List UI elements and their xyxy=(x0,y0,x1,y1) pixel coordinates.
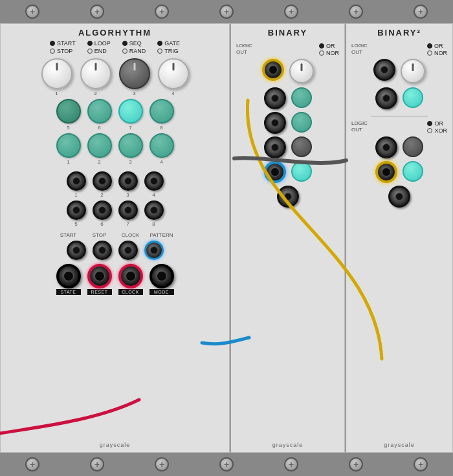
jack-2a[interactable] xyxy=(93,171,112,191)
binary2-divider xyxy=(371,116,428,116)
radio-end[interactable]: END xyxy=(87,48,107,54)
radio-or[interactable]: OR xyxy=(319,43,339,49)
jack-cell-2a xyxy=(93,171,112,191)
radio-start[interactable]: START xyxy=(50,40,76,47)
radio-label-loop: LOOP xyxy=(94,40,111,47)
jack-stop[interactable] xyxy=(93,241,112,260)
radio2-or[interactable]: OR xyxy=(427,43,447,49)
jack-state[interactable] xyxy=(56,264,81,288)
radio-nor[interactable]: NOR xyxy=(319,50,339,56)
binary2-jack-5[interactable] xyxy=(388,186,410,208)
step-btn-1b[interactable] xyxy=(56,133,81,158)
label-state: STATE xyxy=(56,289,81,295)
step-btn-2b[interactable] xyxy=(87,133,112,158)
radio-gate[interactable]: GATE xyxy=(157,40,180,47)
jack-6a[interactable] xyxy=(93,200,112,220)
binary2-step-4b[interactable] xyxy=(403,161,423,182)
step-btn-3b[interactable] xyxy=(118,133,143,158)
binary-step-5b[interactable] xyxy=(291,161,312,182)
knob-label-2: 2 xyxy=(94,91,96,96)
binary2-logic-out-label: LOGIC OUT xyxy=(351,43,368,56)
screw-b4 xyxy=(219,457,234,471)
binary-jack-3a[interactable] xyxy=(264,112,286,134)
radio-dot-or xyxy=(319,43,324,49)
binary2-jack-2a[interactable] xyxy=(375,87,397,109)
radio-label-trig: TRIG xyxy=(164,48,179,54)
jack-cell-8a xyxy=(144,200,164,220)
binary2-title: BINARY² xyxy=(377,28,421,38)
radio-group-gate: GATE TRIG xyxy=(157,40,180,54)
binary-step-4b[interactable] xyxy=(291,136,312,157)
jack-4a[interactable] xyxy=(144,171,164,191)
jack-5a[interactable] xyxy=(67,200,86,220)
binary-knob-1[interactable] xyxy=(289,59,314,83)
jack-pattern[interactable] xyxy=(144,241,164,260)
jack-3a[interactable] xyxy=(118,171,138,191)
binary-jack-blue-5[interactable] xyxy=(264,161,286,183)
knob-4[interactable] xyxy=(158,58,189,89)
step-btn-8[interactable] xyxy=(149,99,174,124)
step-cell-1b: 1 xyxy=(56,133,81,165)
binary-content: LOGIC OUT OR NOR xyxy=(231,40,344,213)
radio-label-end: END xyxy=(94,48,107,54)
jack-clock-top[interactable] xyxy=(118,241,138,260)
jack-label-row-2: 5 6 7 8 xyxy=(67,221,164,227)
binary2-jack-row-2 xyxy=(375,87,423,109)
jack-7a[interactable] xyxy=(118,200,138,220)
radio-loop[interactable]: LOOP xyxy=(87,40,111,47)
screw-t3 xyxy=(155,5,169,19)
binary-jack-4a[interactable] xyxy=(264,136,286,158)
binary-jack-yellow-1[interactable] xyxy=(262,59,284,81)
radio-rand[interactable]: RAND xyxy=(122,48,146,54)
radio2-dot-xor xyxy=(427,128,432,133)
knob-3[interactable] xyxy=(119,58,150,89)
radio2-xor[interactable]: XOR xyxy=(427,127,447,134)
step-btn-7[interactable] xyxy=(118,99,143,124)
binary2-jack-row-3 xyxy=(375,136,423,158)
jack-row-1 xyxy=(67,171,164,191)
knob-2[interactable] xyxy=(80,58,111,89)
binary-jack-row-6 xyxy=(277,186,299,208)
binary2-jack-yellow-4[interactable] xyxy=(375,161,397,183)
jack-start[interactable] xyxy=(67,241,86,260)
step-row-2: 1 2 3 4 xyxy=(56,133,174,165)
jack-cell-5a xyxy=(67,200,86,220)
radio-stop[interactable]: STOP xyxy=(50,48,72,54)
screw-b3 xyxy=(155,457,169,471)
jack-clock[interactable] xyxy=(118,264,143,288)
binary-step-3b[interactable] xyxy=(291,112,312,133)
module-algorhythm: ALGORHYTHM START STOP xyxy=(0,23,230,453)
step-btn-5[interactable] xyxy=(56,99,81,124)
binary2-step-2b[interactable] xyxy=(403,87,423,108)
step-btn-4b[interactable] xyxy=(149,133,174,158)
binary2-knob-1[interactable] xyxy=(401,59,425,83)
jack-mode[interactable] xyxy=(149,264,174,288)
radio-label-seq: SEQ xyxy=(129,40,142,47)
modules-row: ALGORHYTHM START STOP xyxy=(0,23,453,453)
radio2-nor[interactable]: NOR xyxy=(427,50,447,56)
binary-jack-6[interactable] xyxy=(277,186,299,208)
screw-b5 xyxy=(284,457,298,471)
binary2-jack-row-5 xyxy=(388,186,410,208)
binary-step-2b[interactable] xyxy=(291,87,312,108)
jack-8a[interactable] xyxy=(144,200,164,220)
binary2-step-3b[interactable] xyxy=(403,136,423,157)
radio-seq[interactable]: SEQ xyxy=(122,40,142,47)
screw-bl xyxy=(25,457,39,471)
jack-1a[interactable] xyxy=(67,171,86,191)
binary2-jack-1a[interactable] xyxy=(373,59,395,81)
radio2-dot-or xyxy=(427,43,432,49)
step-cell-2b: 2 xyxy=(87,133,112,165)
radio-dot-nor xyxy=(319,50,324,56)
step-row-1: 5 6 7 8 xyxy=(56,99,174,131)
radio-dot-gate xyxy=(157,41,162,46)
step-btn-6[interactable] xyxy=(87,99,112,124)
binary2-logic-out-label2: LOGIC OUT xyxy=(351,120,368,134)
radio-trig[interactable]: TRIG xyxy=(157,48,179,54)
binary-jack-2a[interactable] xyxy=(264,87,286,109)
binary2-jack-row-4 xyxy=(375,161,423,183)
radio2-or2[interactable]: OR xyxy=(427,120,447,127)
knob-1[interactable] xyxy=(41,58,72,89)
jack-reset[interactable] xyxy=(87,264,112,288)
binary2-jack-3a[interactable] xyxy=(375,136,397,158)
